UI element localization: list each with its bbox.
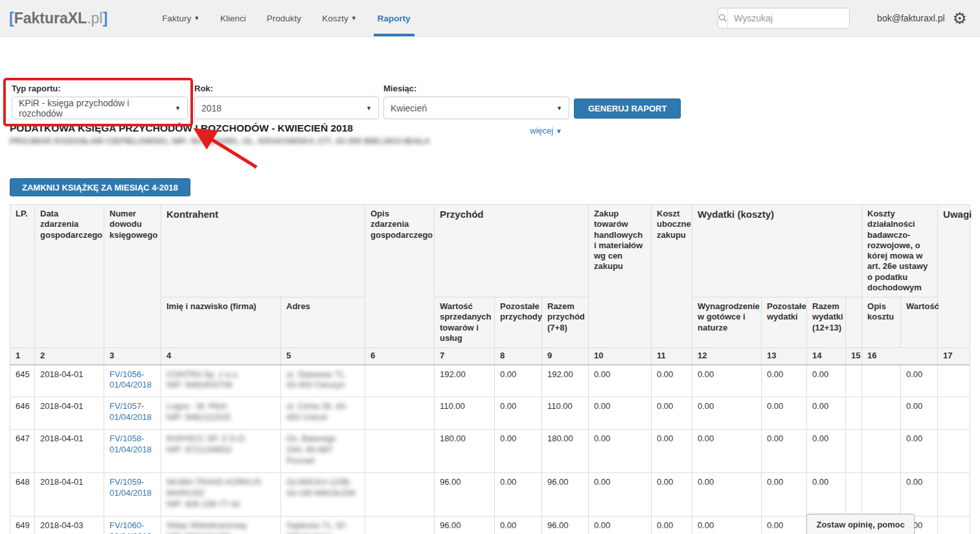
column-number-row: 1234567891011121314151617 [10, 348, 970, 365]
navbar-right: bok@fakturaxl.pl ⚙ [718, 8, 971, 29]
cell-rnd-desc [862, 430, 901, 473]
col-header-income: Przychód [435, 205, 589, 297]
cell-side-costs: 0.00 [652, 430, 692, 473]
cell-contractor-blurred-text: Sklep WielobranżowyNIP: 9691031791 [166, 520, 275, 534]
cell-income-sales: 96.00 [435, 517, 495, 534]
cell-col15 [846, 430, 862, 473]
report-type-select[interactable]: KPiR - księga przychodów i rozchodów ▼ [12, 97, 188, 119]
more-options-link[interactable]: więcej ▼ [530, 126, 562, 135]
cell-address: ul. Cicha 28, 43-450 Ustroń [281, 397, 365, 430]
col-header-contractor: Kontrahent [161, 205, 365, 297]
cell-doc[interactable]: FV/1058-01/04/2018 [104, 430, 161, 473]
cell-doc[interactable]: FV/1060-03/04/2018 [104, 517, 161, 534]
report-title: PODATKOWA KSIĘGA PRZYCHODÓW I ROZCHODÓW … [10, 122, 980, 134]
cell-expenses-other: 0.00 [762, 430, 807, 473]
nav-item-label: Faktury [162, 14, 191, 23]
cell-col15 [846, 397, 862, 430]
column-number: 10 [589, 348, 652, 365]
cell-address: GLIWICKA 120B,43-190 MIKOŁÓW [281, 473, 365, 517]
report-type-value: KPiR - księga przychodów i rozchodów [19, 98, 175, 119]
cell-expenses-wages: 0.00 [692, 365, 762, 397]
col-header-rnd: Koszty działalności badawczo-rozwojowe, … [862, 205, 938, 297]
nav-item-raporty[interactable]: Raporty [367, 0, 421, 36]
gear-icon[interactable]: ⚙ [953, 10, 967, 27]
year-select[interactable]: 2018 ▼ [194, 97, 379, 119]
cell-address-blurred-text: ul. Cicha 28, 43-450 Ustroń [286, 401, 359, 423]
col-header-contractor-name: Imię i nazwisko (firma) [161, 297, 281, 348]
col-header-desc: Opis zdarzenia gospodarczego [365, 205, 435, 348]
report-filter-panel: Typ raportu: KPiR - księga przychodów i … [0, 37, 980, 113]
cell-purchase: 0.00 [589, 517, 652, 534]
invoice-link[interactable]: FV/1060-03/04/2018 [109, 520, 155, 534]
select-caret-icon: ▼ [556, 105, 562, 111]
cell-doc[interactable]: FV/1056-01/04/2018 [104, 365, 161, 397]
kpir-table: LP. Data zdarzenia gospodarczego Numer d… [10, 204, 970, 534]
cell-notes [938, 365, 970, 397]
column-number: 8 [495, 348, 542, 365]
chevron-down-icon: ▼ [351, 15, 357, 21]
cell-rnd-desc [862, 397, 901, 430]
cell-income-other: 0.00 [495, 430, 542, 473]
chevron-down-icon: ▼ [194, 15, 199, 21]
cell-income-sales: 180.00 [435, 430, 495, 473]
cell-expenses-wages: 0.00 [692, 397, 762, 430]
col-header-rnd-desc: Opis kosztu [862, 297, 901, 348]
cell-expenses-other: 0.00 [762, 397, 807, 430]
cell-side-costs: 0.00 [652, 365, 692, 397]
cell-rnd-desc [862, 365, 901, 397]
logo-bracket-close: ] [102, 10, 108, 27]
cell-doc[interactable]: FV/1059-01/04/2018 [104, 473, 161, 517]
account-email[interactable]: bok@fakturaxl.pl [877, 13, 944, 23]
cell-purchase: 0.00 [589, 365, 652, 397]
month-select[interactable]: Kwiecień ▼ [383, 97, 569, 119]
cell-address: ul. Stawowa 71,43-400 Cieszyn [281, 365, 365, 397]
cell-income-sales: 110.00 [435, 397, 495, 430]
cell-rnd-desc [862, 473, 901, 517]
cell-contractor: WUMA TRANS KORKUSMARIUSZNIP: 635-159-77-… [161, 473, 281, 517]
cell-side-costs: 0.00 [652, 397, 692, 430]
search-input[interactable] [728, 8, 850, 28]
invoice-link[interactable]: FV/1056-01/04/2018 [109, 369, 155, 391]
cell-expenses-other: 0.00 [762, 473, 807, 517]
cell-doc[interactable]: FV/1057-01/04/2018 [104, 397, 161, 430]
cell-side-costs: 0.00 [652, 517, 692, 534]
nav-item-label: Koszty [322, 14, 348, 23]
col-header-expenses-other: Pozostałe wydatki [762, 297, 807, 348]
cell-date: 2018-04-01 [35, 365, 104, 397]
col-header-lp: LP. [10, 205, 35, 348]
cell-income-other: 0.00 [495, 473, 542, 517]
nav-item-klienci[interactable]: Klienci [210, 0, 256, 36]
cell-rnd-value: 0.00 [901, 430, 938, 473]
col-header-contractor-address: Adres [281, 297, 365, 348]
col-header-expenses: Wydatki (koszty) [692, 205, 862, 297]
invoice-link[interactable]: FV/1059-01/04/2018 [109, 477, 155, 499]
table-row: 6452018-04-01FV/1056-01/04/2018CONTRA Sp… [10, 365, 970, 397]
kpir-table-container: LP. Data zdarzenia gospodarczego Numer d… [10, 204, 970, 534]
app-logo[interactable]: [FakturaXL.pl] [9, 10, 108, 27]
cell-contractor-blurred-text: WUMA TRANS KORKUSMARIUSZNIP: 635-159-77-… [166, 477, 275, 510]
cell-lp: 645 [10, 365, 35, 397]
invoice-link[interactable]: FV/1058-01/04/2018 [109, 434, 155, 456]
column-number: 6 [365, 348, 435, 365]
cell-contractor: Logos - M. PilchNIP: 5482111525 [161, 397, 281, 430]
nav-item-koszty[interactable]: Koszty ▼ [312, 0, 367, 36]
company-info-blurred: PROJMAR RADOSŁAW CIEPIELOWSKI, NIP: 9372… [10, 136, 528, 146]
table-row: 6472018-04-01FV/1058-01/04/2018RAPHICC S… [10, 430, 970, 473]
column-number: 3 [104, 348, 161, 365]
nav-item-produkty[interactable]: Produkty [256, 0, 312, 36]
cell-expenses-total: 0.00 [807, 397, 846, 430]
cell-address: Os. Batorego33H, 60-687Poznań [281, 430, 365, 473]
generate-report-button[interactable]: GENERUJ RAPORT [574, 99, 681, 119]
feedback-button[interactable]: Zostaw opinię, pomoc [806, 514, 915, 534]
cell-rnd-value: 0.00 [901, 473, 938, 517]
cell-expenses-total: 0.00 [807, 365, 846, 397]
column-number: 15 [846, 348, 862, 365]
invoice-link[interactable]: FV/1057-01/04/2018 [109, 401, 155, 423]
cell-contractor-blurred-text: Logos - M. PilchNIP: 5482111525 [166, 401, 275, 423]
column-number: 4 [161, 348, 281, 365]
close-month-button[interactable]: ZAMKNIJ KSIĄŻKĘ ZA MIESIĄC 4-2018 [10, 178, 190, 196]
cell-address-blurred-text: Os. Batorego33H, 60-687Poznań [286, 434, 359, 467]
cell-rnd-value: 0.00 [901, 397, 938, 430]
nav-item-label: Raporty [378, 14, 411, 23]
nav-item-faktury[interactable]: Faktury ▼ [152, 0, 210, 36]
